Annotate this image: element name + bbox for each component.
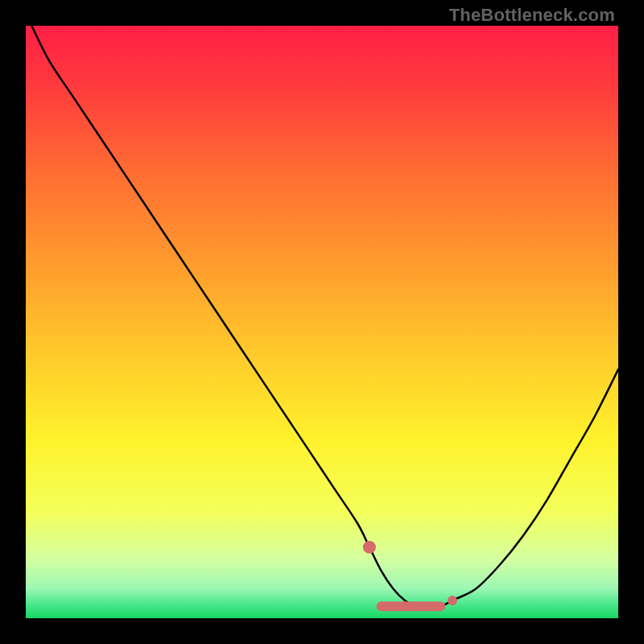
- curve-marker: [363, 541, 376, 554]
- bottleneck-curve: [26, 26, 618, 618]
- chart-plot-area: [26, 26, 618, 618]
- watermark-text: TheBottleneck.com: [449, 5, 615, 26]
- curve-marker: [448, 596, 457, 605]
